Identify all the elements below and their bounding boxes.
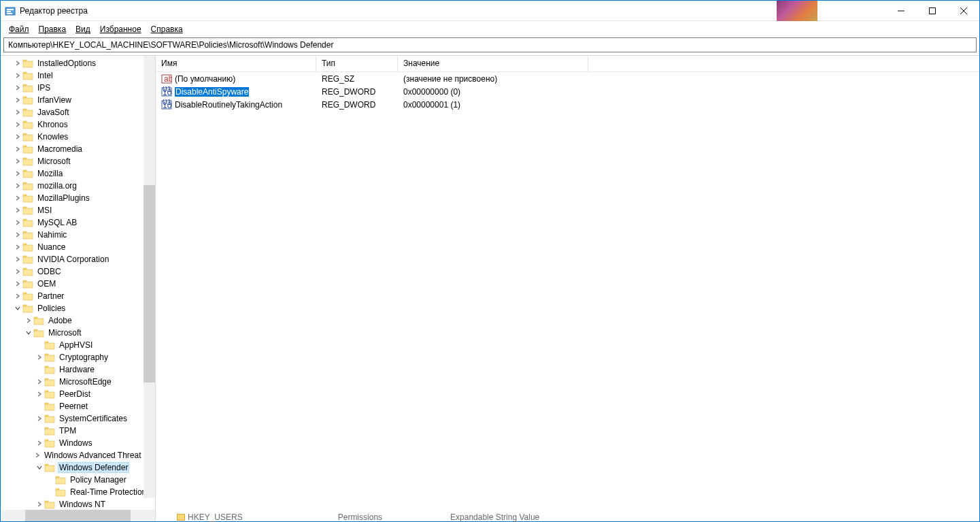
scrollbar-thumb-horizontal[interactable] (25, 510, 131, 521)
svg-rect-55 (45, 343, 54, 349)
column-header-name[interactable]: Имя (156, 56, 316, 71)
registry-value-row[interactable]: ab(По умолчанию)REG_SZ(значение не присв… (156, 72, 979, 85)
tree-node[interactable]: OEM (1, 278, 155, 290)
tree-node[interactable]: Policy Manager (1, 474, 155, 486)
tree-pane: InstalledOptionsIntelIPSIrfanViewJavaSof… (1, 56, 156, 521)
chevron-right-icon[interactable] (13, 120, 22, 129)
value-type: REG_DWORD (316, 99, 398, 110)
tree-node[interactable]: Intel (1, 69, 155, 82)
chevron-right-icon[interactable] (24, 316, 33, 325)
svg-rect-77 (56, 478, 65, 484)
chevron-right-icon[interactable] (35, 451, 40, 460)
chevron-right-icon[interactable] (35, 377, 44, 387)
chevron-right-icon[interactable] (13, 230, 22, 240)
scrollbar-thumb[interactable] (143, 185, 155, 382)
close-button[interactable] (948, 1, 979, 21)
tree-node[interactable]: Nuance (1, 241, 155, 253)
tree-node-label: Microsoft (47, 328, 83, 338)
list-body[interactable]: ab(По умолчанию)REG_SZ(значение не присв… (156, 72, 979, 521)
tree-node[interactable]: IPS (1, 82, 155, 94)
tree-node[interactable]: AppHVSI (1, 339, 155, 351)
chevron-right-icon[interactable] (13, 108, 22, 117)
chevron-right-icon[interactable] (13, 59, 22, 68)
tree-node[interactable]: Knowles (1, 131, 155, 143)
tree-node[interactable]: Hardware (1, 363, 155, 376)
tree-vertical-scrollbar[interactable] (143, 56, 155, 498)
tree-node[interactable]: NVIDIA Corporation (1, 253, 155, 265)
tree-node[interactable]: TPM (1, 425, 155, 437)
chevron-right-icon[interactable] (35, 353, 44, 362)
menu-view[interactable]: Вид (71, 23, 95, 35)
tree-node[interactable]: JavaSoft (1, 106, 155, 118)
tree-node[interactable]: Windows Defender (1, 461, 155, 474)
svg-rect-49 (23, 306, 33, 312)
tree-node[interactable]: Adobe (1, 314, 155, 327)
tree-node[interactable]: Policies (1, 302, 155, 314)
chevron-down-icon[interactable] (35, 463, 44, 472)
tree-node[interactable]: Windows (1, 437, 155, 449)
address-bar[interactable]: Компьютер\HKEY_LOCAL_MACHINE\SOFTWARE\Po… (3, 37, 977, 52)
chevron-right-icon[interactable] (13, 206, 22, 215)
chevron-right-icon[interactable] (13, 144, 22, 154)
registry-value-row[interactable]: 01101001DisableAntiSpywareREG_DWORD0x000… (156, 85, 979, 98)
maximize-button[interactable] (917, 1, 948, 21)
tree-node[interactable]: InstalledOptions (1, 57, 155, 69)
tree-node[interactable]: Windows NT (1, 498, 155, 510)
chevron-right-icon[interactable] (13, 132, 22, 142)
tree-node[interactable]: Microsoft (1, 155, 155, 167)
tree-scroll-area[interactable]: InstalledOptionsIntelIPSIrfanViewJavaSof… (1, 56, 155, 510)
svg-rect-2 (7, 11, 11, 12)
tree-node[interactable]: Windows Advanced Threat Protection (1, 449, 155, 461)
chevron-right-icon[interactable] (13, 169, 22, 178)
chevron-right-icon[interactable] (13, 279, 22, 289)
column-header-type[interactable]: Тип (316, 56, 398, 71)
tree-node[interactable]: Real-Time Protection (1, 486, 155, 498)
column-header-value[interactable]: Значение (398, 56, 588, 71)
chevron-right-icon[interactable] (13, 242, 22, 252)
chevron-down-icon[interactable] (13, 304, 22, 313)
chevron-right-icon[interactable] (35, 438, 44, 448)
tree-node[interactable]: Peernet (1, 400, 155, 412)
tree-node[interactable]: Mozilla (1, 167, 155, 180)
menu-file[interactable]: Файл (5, 23, 33, 35)
chevron-down-icon[interactable] (24, 328, 33, 338)
value-data: (значение не присвоено) (398, 74, 588, 84)
chevron-right-icon[interactable] (13, 193, 22, 203)
tree-node[interactable]: Microsoft (1, 327, 155, 339)
tree-node[interactable]: Partner (1, 290, 155, 302)
chevron-right-icon[interactable] (13, 291, 22, 301)
tree-node[interactable]: MySQL AB (1, 216, 155, 229)
registry-value-row[interactable]: 01101001DisableRoutinelyTakingActionREG_… (156, 98, 979, 111)
tree-node[interactable]: MicrosoftEdge (1, 376, 155, 388)
tree-node[interactable]: mozilla.org (1, 180, 155, 192)
tree-node[interactable]: Khronos (1, 118, 155, 131)
minimize-button[interactable] (885, 1, 917, 21)
chevron-right-icon[interactable] (13, 95, 22, 105)
tree-node[interactable]: MozillaPlugins (1, 192, 155, 204)
chevron-right-icon[interactable] (13, 157, 22, 166)
chevron-right-icon[interactable] (13, 181, 22, 191)
chevron-right-icon[interactable] (35, 500, 44, 509)
chevron-right-icon[interactable] (13, 218, 22, 227)
tree-node[interactable]: MSI (1, 204, 155, 216)
tree-node[interactable]: Nahimic (1, 229, 155, 241)
menu-edit[interactable]: Правка (35, 23, 71, 35)
tree-node[interactable]: Macromedia (1, 143, 155, 155)
chevron-right-icon[interactable] (35, 389, 44, 399)
tree-node[interactable]: IrfanView (1, 94, 155, 106)
svg-rect-15 (23, 98, 33, 104)
tree-node[interactable]: PeerDist (1, 388, 155, 400)
tree-horizontal-scrollbar[interactable] (1, 510, 155, 521)
tree-node[interactable]: ODBC (1, 265, 155, 278)
menu-help[interactable]: Справка (147, 23, 187, 35)
chevron-right-icon[interactable] (13, 267, 22, 276)
svg-rect-9 (23, 61, 33, 67)
menu-favorites[interactable]: Избранное (96, 23, 146, 35)
chevron-right-icon[interactable] (13, 71, 22, 80)
tree-node[interactable]: Cryptography (1, 351, 155, 363)
tree-node[interactable]: SystemCertificates (1, 412, 155, 425)
svg-rect-29 (23, 184, 33, 190)
chevron-right-icon[interactable] (13, 83, 22, 93)
chevron-right-icon[interactable] (35, 414, 44, 423)
chevron-right-icon[interactable] (13, 255, 22, 264)
